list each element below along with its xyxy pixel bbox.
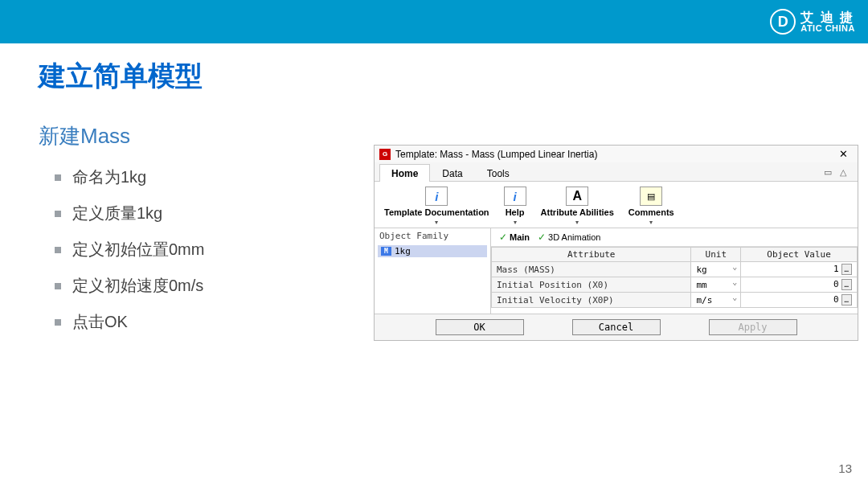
brand-name-en: ATIC CHINA (800, 24, 855, 33)
notes-icon: ▤ (640, 187, 662, 206)
page-number: 13 (838, 461, 852, 475)
table-row: Initial Position (X0) mm 0… (492, 277, 858, 293)
ribbon: i Template Documentation ▾ i Help ▾ A At… (375, 182, 858, 228)
chevron-down-icon: ▾ (435, 219, 438, 226)
logo-mark-icon: D (770, 9, 796, 35)
tree-item-mass[interactable]: M 1kg (378, 245, 487, 257)
more-icon[interactable]: … (841, 279, 852, 290)
table-row: Initial Velocity (X0P) m/s 0… (492, 293, 858, 308)
object-tree: Object Family M 1kg (375, 228, 491, 314)
close-icon[interactable]: ✕ (834, 148, 853, 160)
col-unit: Unit (691, 248, 741, 262)
unit-select[interactable]: m/s (691, 293, 741, 308)
unit-select[interactable]: kg (691, 262, 741, 277)
subtab-3d-animation[interactable]: ✓3D Animation (538, 232, 600, 243)
app-icon: G (379, 149, 391, 160)
value-input[interactable]: 1… (741, 262, 858, 277)
dialog-title: Template: Mass - Mass (Lumped Linear Ine… (395, 149, 597, 160)
ribbon-doc[interactable]: i Template Documentation ▾ (384, 187, 489, 226)
info-icon: i (425, 187, 448, 206)
unit-select[interactable]: mm (691, 277, 741, 293)
chevron-down-icon: ▾ (575, 219, 579, 226)
apply-button[interactable]: Apply (709, 319, 797, 335)
check-icon: ✓ (538, 232, 546, 243)
attribute-table: Attribute Unit Object Value Mass (MASS) … (491, 247, 858, 308)
tab-home[interactable]: Home (379, 164, 430, 182)
dialog-titlebar: G Template: Mass - Mass (Lumped Linear I… (375, 146, 858, 162)
letter-a-icon: A (566, 187, 588, 206)
more-icon[interactable]: … (841, 264, 852, 275)
check-icon: ✓ (499, 232, 507, 243)
header-bar: D 艾 迪 捷 ATIC CHINA (0, 0, 868, 43)
tab-tools[interactable]: Tools (475, 164, 522, 182)
ok-button[interactable]: OK (436, 319, 524, 335)
collapse-ribbon-icon[interactable]: △ (840, 167, 846, 178)
mass-icon: M (381, 247, 391, 256)
tab-data[interactable]: Data (430, 164, 474, 182)
col-attribute: Attribute (492, 248, 691, 262)
chevron-down-icon: ▾ (514, 219, 517, 226)
slide-title: 建立简单模型 (39, 58, 868, 95)
ribbon-comments[interactable]: ▤ Comments ▾ (628, 187, 674, 226)
col-value: Object Value (741, 248, 858, 262)
ribbon-tabs: Home Data Tools ▭ △ (375, 162, 858, 182)
tree-header: Object Family (375, 228, 490, 244)
table-row: Mass (MASS) kg 1… (492, 262, 858, 277)
cancel-button[interactable]: Cancel (572, 319, 661, 335)
info-icon: i (504, 187, 526, 206)
brand-name-cn: 艾 迪 捷 (800, 11, 855, 24)
value-input[interactable]: 0… (741, 277, 858, 293)
ribbon-attr-abilities[interactable]: A Attribute Abilities ▾ (541, 187, 614, 226)
brand-logo: D 艾 迪 捷 ATIC CHINA (770, 9, 855, 35)
template-dialog: G Template: Mass - Mass (Lumped Linear I… (374, 145, 858, 341)
value-input[interactable]: 0… (741, 293, 858, 308)
ribbon-help[interactable]: i Help ▾ (504, 187, 526, 226)
more-icon[interactable]: … (841, 294, 852, 306)
subtab-main[interactable]: ✓Main (499, 232, 530, 243)
window-control-icon[interactable]: ▭ (824, 167, 832, 178)
chevron-down-icon: ▾ (649, 219, 653, 226)
